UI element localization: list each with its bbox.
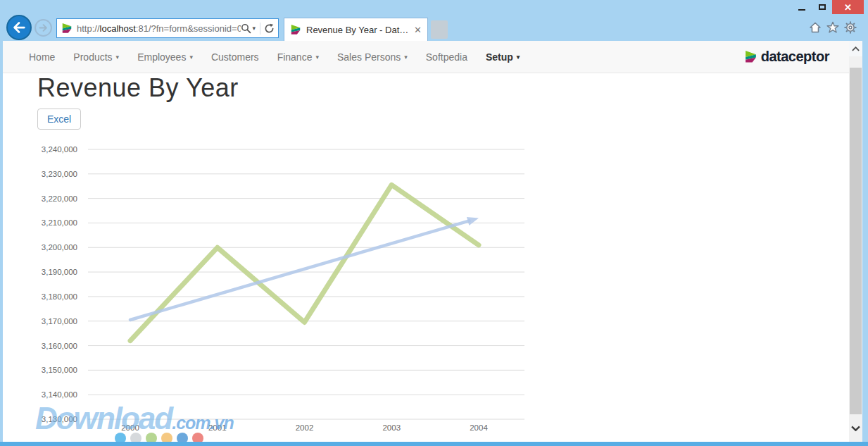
- site-favicon: [61, 23, 73, 34]
- scroll-down-button[interactable]: [849, 421, 862, 436]
- browser-chrome: http://localhost:81/?fn=form&sessionid=0…: [0, 0, 868, 41]
- tab-favicon: [290, 24, 301, 35]
- svg-text:3,220,000: 3,220,000: [42, 194, 77, 203]
- svg-text:3,240,000: 3,240,000: [42, 145, 77, 154]
- maximize-icon: [819, 4, 826, 10]
- svg-text:2002: 2002: [296, 423, 314, 432]
- svg-text:3,130,000: 3,130,000: [42, 415, 77, 423]
- watermark-dot: [130, 433, 141, 442]
- svg-text:3,150,000: 3,150,000: [42, 366, 77, 374]
- svg-text:2004: 2004: [470, 423, 488, 432]
- chrome-toolbar-icons: [808, 20, 857, 34]
- search-dropdown-caret-icon[interactable]: ▾: [252, 25, 256, 32]
- nav-item-label: Softpedia: [426, 51, 467, 63]
- chevron-down-icon: ▾: [189, 54, 193, 61]
- page-title: Revenue By Year: [37, 73, 239, 103]
- forward-button[interactable]: [34, 19, 52, 37]
- search-icon[interactable]: [241, 23, 251, 34]
- watermark-dot: [177, 433, 188, 442]
- excel-button[interactable]: Excel: [37, 109, 81, 130]
- nav-item-label: Products: [73, 51, 112, 63]
- chevron-down-icon: [851, 426, 860, 431]
- chevron-down-icon: ▾: [315, 54, 319, 61]
- url-rest: :81/?fn=form&sessionid=04A: [136, 23, 241, 34]
- dataceptor-icon: [744, 50, 757, 63]
- chevron-down-icon: ▾: [116, 54, 120, 61]
- watermark-dot: [115, 433, 126, 442]
- watermark-dot: [192, 433, 203, 442]
- svg-text:3,200,000: 3,200,000: [42, 243, 77, 252]
- brand-name: dataceptor: [761, 49, 829, 65]
- browser-window: http://localhost:81/?fn=form&sessionid=0…: [0, 0, 868, 446]
- svg-text:3,160,000: 3,160,000: [42, 342, 77, 350]
- page-content: HomeProducts▾Employees▾CustomersFinance▾…: [3, 41, 849, 442]
- svg-text:3,190,000: 3,190,000: [42, 268, 77, 276]
- url-input[interactable]: http://localhost:81/?fn=form&sessionid=0…: [77, 23, 241, 34]
- svg-text:2000: 2000: [121, 423, 139, 432]
- maximize-button[interactable]: [812, 0, 832, 14]
- svg-text:3,180,000: 3,180,000: [42, 292, 77, 301]
- back-button[interactable]: [6, 15, 32, 40]
- nav-item-softpedia[interactable]: Softpedia: [417, 41, 477, 73]
- nav-item-finance[interactable]: Finance▾: [268, 41, 328, 73]
- url-host: localhost: [100, 23, 136, 34]
- nav-item-label: Sales Persons: [337, 51, 401, 63]
- watermark-dot: [146, 433, 157, 442]
- nav-item-label: Customers: [211, 51, 259, 63]
- address-bar-divider: [260, 23, 260, 35]
- chevron-down-icon: ▾: [517, 54, 520, 61]
- chevron-down-icon: ▾: [404, 54, 408, 61]
- window-controls: ✕: [791, 0, 864, 14]
- browser-tab[interactable]: Revenue By Year - Datacept... ✕: [284, 18, 428, 41]
- site-navbar: HomeProducts▾Employees▾CustomersFinance▾…: [3, 41, 849, 73]
- scroll-up-button[interactable]: [849, 41, 862, 56]
- svg-text:3,230,000: 3,230,000: [42, 170, 77, 178]
- settings-gear-icon[interactable]: [843, 20, 857, 34]
- svg-text:3,170,000: 3,170,000: [42, 317, 77, 326]
- watermark-dot: [161, 433, 172, 442]
- new-tab-button[interactable]: [431, 20, 448, 39]
- nav-item-products[interactable]: Products▾: [64, 41, 128, 73]
- revenue-line-chart: 3,240,0003,230,0003,220,0003,210,0003,20…: [28, 137, 535, 433]
- nav-item-customers[interactable]: Customers: [202, 41, 268, 73]
- favorites-star-icon[interactable]: [826, 20, 839, 34]
- nav-item-sales-persons[interactable]: Sales Persons▾: [328, 41, 417, 73]
- nav-item-employees[interactable]: Employees▾: [128, 41, 202, 73]
- minimize-icon: [798, 9, 805, 11]
- url-scheme: http://: [77, 23, 100, 34]
- nav-items: HomeProducts▾Employees▾CustomersFinance▾…: [20, 41, 529, 73]
- refresh-icon[interactable]: [264, 23, 275, 34]
- nav-item-label: Finance: [277, 51, 313, 63]
- svg-text:2003: 2003: [382, 423, 401, 432]
- svg-text:3,140,000: 3,140,000: [42, 390, 77, 399]
- nav-item-label: Home: [29, 51, 55, 63]
- brand-logo[interactable]: dataceptor: [744, 41, 829, 73]
- nav-item-label: Setup: [486, 51, 513, 63]
- svg-text:3,210,000: 3,210,000: [42, 218, 77, 227]
- chevron-up-icon: [852, 47, 860, 51]
- tab-close-icon[interactable]: ✕: [414, 25, 422, 35]
- nav-item-home[interactable]: Home: [20, 41, 64, 73]
- close-button[interactable]: ✕: [832, 0, 864, 14]
- nav-item-label: Employees: [137, 51, 186, 63]
- home-icon[interactable]: [808, 20, 822, 34]
- arrow-left-icon: [11, 20, 27, 35]
- scrollbar-thumb[interactable]: [850, 68, 862, 414]
- arrow-right-icon: [38, 23, 49, 33]
- vertical-scrollbar[interactable]: [849, 41, 862, 442]
- address-bar[interactable]: http://localhost:81/?fn=form&sessionid=0…: [56, 18, 279, 38]
- nav-item-setup[interactable]: Setup▾: [477, 41, 529, 73]
- watermark-bar: [0, 442, 868, 446]
- minimize-button[interactable]: [791, 0, 812, 14]
- svg-text:2001: 2001: [208, 423, 227, 432]
- tab-title: Revenue By Year - Datacept...: [306, 25, 410, 35]
